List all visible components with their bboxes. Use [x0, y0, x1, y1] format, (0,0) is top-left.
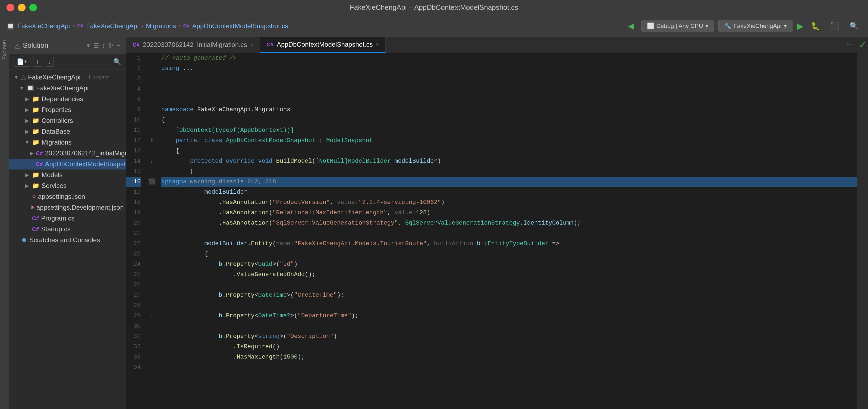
code-line-8 — [161, 94, 857, 105]
tree-item-appsettings[interactable]: ▶ ⚙ appsettings.json — [9, 191, 126, 202]
expand-icon: ▶ — [30, 161, 34, 167]
code-line-32: .IsRequired() — [161, 342, 857, 352]
cs-file-icon: C# — [36, 161, 43, 167]
tree-item-startup[interactable]: ▶ C# Startup.cs — [9, 224, 126, 235]
sidebar-move-down-btn[interactable]: ↓ — [45, 57, 54, 67]
sidebar-add-btn[interactable]: 📄+ — [13, 57, 30, 67]
status-check-icon: ✓ — [859, 40, 866, 50]
tree-item-dependencies[interactable]: ▶ 📁 Dependencies — [9, 94, 126, 104]
sidebar-tool-collapse[interactable]: − — [117, 42, 120, 49]
project-selector[interactable]: 🔧 FakeXieChengApi ▾ — [718, 20, 793, 32]
expand-icon: ▶ — [13, 237, 19, 243]
tree-item-snapshot[interactable]: ▶ C# AppDbContextModelSnapshot.cs — [9, 159, 126, 170]
tree-label: Scratches and Consoles — [29, 236, 100, 244]
stop-button[interactable]: ⬛ — [827, 20, 842, 32]
code-line-25: .ValueGeneratedOnAdd(); — [161, 270, 857, 280]
code-line-15: { — [161, 167, 857, 177]
expand-icon: ▶ — [25, 107, 30, 113]
sidebar-tools: ☰ ↕ ⚙ − — [93, 42, 120, 49]
solution-icon: △ — [15, 42, 20, 49]
tree-label: Migrations — [41, 139, 72, 146]
chevron-down-icon: ▾ — [705, 23, 708, 30]
code-line-33: .HasMaxLength(1500); — [161, 352, 857, 362]
sidebar-header: △ Solution ▾ ☰ ↕ ⚙ − — [9, 37, 126, 54]
sidebar-tool-list[interactable]: ☰ — [93, 42, 99, 49]
debug-button[interactable]: 🐛 — [808, 20, 823, 32]
solution-icon: △ — [21, 74, 26, 81]
tree-item-migrations[interactable]: ▼ 📁 Migrations — [9, 137, 126, 148]
breadcrumb-cs-icon-1: C# — [77, 23, 83, 29]
debug-label: Debug | Any CPU — [656, 23, 703, 30]
code-line-18: .HasAnnotation("ProductVersion", value:"… — [161, 198, 857, 208]
tree-item-scratches[interactable]: ▶ ⏺ Scratches and Consoles — [9, 235, 126, 245]
expand-icon: ▶ — [25, 194, 30, 200]
code-line-12: partial class AppDbContextModelSnapshot … — [161, 136, 857, 146]
window-title: FakeXieChengApi – AppDbContextModelSnaps… — [350, 3, 518, 12]
tree-label: Controllers — [41, 117, 73, 125]
folder-icon: 📁 — [32, 96, 39, 103]
tree-item-project[interactable]: ▼ 🔲 FakeXieChengApi — [9, 83, 126, 94]
code-line-1: // <auto-generated /> — [161, 53, 857, 64]
tree-item-controllers[interactable]: ▶ 📁 Controllers — [9, 115, 126, 126]
expand-icon: ▼ — [13, 75, 19, 80]
folder-icon: 📁 — [32, 128, 39, 135]
sidebar-tool-settings[interactable]: ⚙ — [108, 42, 114, 49]
breadcrumb-item-1[interactable]: FakeXieChengApi — [18, 22, 70, 30]
code-line-10: { — [161, 115, 857, 125]
tree-item-database[interactable]: ▶ 📁 DataBase — [9, 126, 126, 137]
window-controls — [6, 4, 37, 11]
tree-label: Program.cs — [41, 214, 75, 222]
close-button[interactable] — [6, 4, 14, 11]
tree-label: FakeXieChengApi — [36, 84, 89, 92]
breadcrumb-item-4[interactable]: AppDbContextModelSnapshot.cs — [192, 22, 288, 30]
sidebar-tool-sort[interactable]: ↕ — [102, 42, 105, 49]
search-button[interactable]: 🔍 — [846, 20, 862, 32]
explorer-label: Explorer — [1, 40, 8, 60]
run-button[interactable]: ▶ — [797, 21, 804, 31]
code-line-23: { — [161, 249, 857, 259]
tree-item-initial-migration[interactable]: ▶ C# 20220307062142_initialMigra... — [9, 148, 126, 159]
project-label: FakeXieChengApi — [734, 23, 782, 30]
title-bar: FakeXieChengApi – AppDbContextModelSnaps… — [0, 0, 868, 15]
expand-icon: ▶ — [25, 215, 30, 221]
breadcrumb-item-2[interactable]: FakeXieChengApi — [86, 22, 138, 30]
maximize-button[interactable] — [29, 4, 37, 11]
tree-item-appsettings-dev[interactable]: ▶ ⚙ appsettings.Development.json — [9, 202, 126, 213]
tab-close-button[interactable]: × — [250, 42, 253, 48]
tree-item-services[interactable]: ▶ 📁 Services — [9, 180, 126, 191]
sidebar: △ Solution ▾ ☰ ↕ ⚙ − 📄+ ↑ ↓ 🔍 ▼ △ FakeXi… — [9, 37, 126, 409]
tab-menu-button[interactable]: ⋯ — [842, 37, 857, 53]
code-line-31: b.Property<string>("Description") — [161, 332, 857, 342]
tab-label: AppDbContextModelSnapshot.cs — [277, 41, 373, 48]
code-line-21 — [161, 228, 857, 239]
code-line-9: namespace FakeXieChengApi.Migrations — [161, 105, 857, 115]
project-icon: 🔧 — [724, 23, 732, 30]
debug-config[interactable]: ⬜ Debug | Any CPU ▾ — [641, 20, 714, 32]
back-button[interactable]: ◀ — [625, 20, 637, 32]
sidebar-move-up-btn[interactable]: ↑ — [33, 57, 42, 67]
tree-item-program[interactable]: ▶ C# Program.cs — [9, 213, 126, 224]
sidebar-title: Solution — [23, 41, 83, 49]
tree-label: DataBase — [41, 128, 70, 135]
tab-close-button[interactable]: × — [376, 42, 379, 47]
right-panel: ✓ — [857, 37, 868, 409]
tab-initial-migration[interactable]: C# 20220307062142_initialMigration.cs × — [126, 37, 260, 53]
tab-snapshot[interactable]: C# AppDbContextModelSnapshot.cs × — [260, 37, 386, 53]
code-editor[interactable]: 1 2 3 4 8 9 10 11 12 13 14 15 16 17 18 1… — [126, 53, 857, 409]
tree-item-models[interactable]: ▶ 📁 Models — [9, 170, 126, 180]
folder-icon: 📁 — [32, 117, 39, 124]
breadcrumb-item-3[interactable]: Migrations — [146, 22, 176, 30]
minimize-button[interactable] — [18, 4, 26, 11]
code-line-14: protected override void BuildModel([NotN… — [161, 156, 857, 167]
chevron-down-icon-2: ▾ — [784, 23, 787, 30]
scratches-icon: ⏺ — [21, 237, 27, 244]
tree-item-properties[interactable]: ▶ 📁 Properties — [9, 104, 126, 115]
code-line-26 — [161, 280, 857, 290]
tree-item-solution[interactable]: ▼ △ FakeXieChengApi · 1 project — [9, 72, 126, 83]
tab-label: 20220307062142_initialMigration.cs — [143, 41, 247, 48]
code-line-30 — [161, 321, 857, 332]
breadcrumb: 🔲 FakeXieChengApi › C# FakeXieChengApi ›… — [6, 22, 621, 30]
expand-icon: ▶ — [25, 96, 30, 102]
sidebar-search-icon[interactable]: 🔍 — [113, 58, 121, 66]
code-line-24: b.Property<Guid>("Id") — [161, 259, 857, 270]
